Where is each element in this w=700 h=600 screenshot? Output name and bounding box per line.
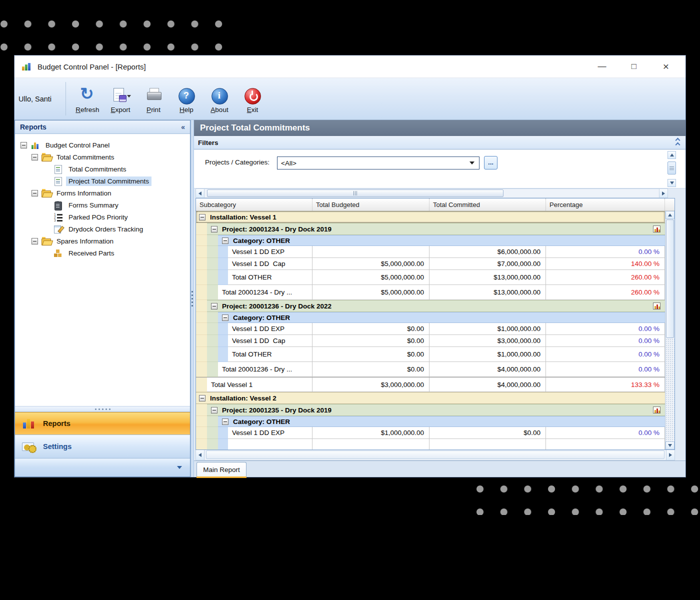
group-row-project[interactable]: Project: 20001236 - Dry Dock 2022 — [196, 300, 665, 312]
group-row-project[interactable]: Project: 20001235 - Dry Dock 2019 — [196, 404, 665, 416]
nav-button-reports[interactable]: Reports — [15, 412, 190, 434]
pane-splitter-handle[interactable] — [190, 120, 194, 477]
grid-cell-subcategory — [228, 439, 312, 450]
export-dropdown-arrow-icon[interactable] — [127, 95, 131, 98]
total-row[interactable]: Total OTHER$0.00$1,000,000.000.00 % — [196, 347, 665, 362]
bar-chart-icon[interactable] — [653, 406, 660, 414]
filters-horizontal-scrollbar[interactable] — [196, 188, 668, 198]
grid-horizontal-scrollbar[interactable] — [196, 450, 675, 460]
refresh-button[interactable]: Refresh — [71, 78, 104, 120]
group-row-category[interactable]: Category: OTHER — [196, 312, 665, 323]
indent-stripe — [207, 235, 218, 246]
scroll-down-button[interactable] — [666, 442, 674, 450]
tree-item[interactable]: Budget Control Panel — [15, 139, 190, 151]
tree-item[interactable]: Forms Information — [15, 187, 190, 199]
column-header[interactable]: Total Committed — [430, 198, 546, 210]
scroll-left-button[interactable] — [196, 189, 204, 198]
tree-item-label: Total Commitments — [54, 152, 117, 162]
exit-button[interactable]: Exit — [236, 78, 269, 120]
tree-expander-icon[interactable] — [32, 190, 38, 196]
tree-item[interactable]: Spares Information — [15, 235, 190, 247]
nav-options-chevron-icon[interactable] — [177, 466, 182, 469]
project-group-panel: Project: 20001234 - Dry Dock 2019 — [207, 223, 665, 235]
group-row-category[interactable]: Category: OTHER — [196, 416, 665, 427]
bar-chart-icon[interactable] — [653, 226, 660, 232]
tree-item[interactable]: Received Parts — [15, 247, 190, 259]
grid-cell-subcategory: Vessel 1 DD Cap — [228, 335, 312, 347]
tree-expander-icon[interactable] — [20, 142, 27, 148]
settings-gear-icon — [22, 440, 37, 453]
column-header[interactable]: Percentage — [546, 198, 665, 210]
close-button[interactable]: × — [660, 60, 672, 72]
table-row[interactable]: Vessel 1 DD EXP$1,000,000.00$0.000.00 % — [196, 427, 665, 439]
table-row[interactable]: Vessel 1 DD EXP$0.00$1,000,000.000.00 % — [196, 323, 665, 335]
report-icon — [54, 165, 63, 174]
group-row-vessel[interactable]: Installation: Vessel 2 — [196, 392, 665, 404]
help-button[interactable]: Help — [170, 78, 203, 120]
total-row[interactable]: Total 20001234 - Dry ...$5,000,000.00$13… — [196, 285, 665, 300]
tree-item[interactable]: Project Total Commitments — [15, 175, 190, 187]
print-button[interactable]: Print — [137, 78, 170, 120]
table-row[interactable]: Vessel 1 DD EXP$6,000,000.000.00 % — [196, 246, 665, 258]
total-row[interactable]: Total Vessel 1$3,000,000.00$4,000,000.00… — [196, 377, 665, 392]
projects-categories-dropdown[interactable]: <All> — [277, 156, 480, 170]
about-button[interactable]: About — [203, 78, 236, 120]
collapse-filters-icon[interactable] — [676, 138, 680, 146]
scroll-thumb[interactable] — [206, 450, 664, 459]
indent-stripe — [196, 246, 207, 258]
report-tree: Budget Control PanelTotal CommitmentsTot… — [15, 134, 190, 406]
help-button-label: Help — [180, 106, 194, 114]
toolbar: Ullo, Santi RefreshExportPrintHelpAboutE… — [14, 78, 686, 120]
sidebar-collapse-icon[interactable]: « — [181, 123, 185, 131]
group-expander-icon[interactable] — [211, 303, 218, 310]
tree-item[interactable]: Total Commitments — [15, 163, 190, 175]
scroll-thumb[interactable] — [668, 162, 676, 174]
table-row[interactable]: Vessel 1 DD Cap$5,000,000.00$7,000,000.0… — [196, 258, 665, 270]
group-expander-icon[interactable] — [222, 418, 228, 425]
group-expander-icon[interactable] — [199, 214, 206, 220]
column-header[interactable]: Total Budgeted — [312, 198, 430, 210]
tree-item[interactable]: Forms Summary — [15, 199, 190, 211]
group-expander-icon[interactable] — [222, 238, 228, 244]
group-row-category[interactable]: Category: OTHER — [196, 235, 665, 246]
minimize-button[interactable]: — — [596, 62, 608, 72]
tab-main-report[interactable]: Main Report — [196, 462, 246, 476]
scroll-track[interactable] — [666, 338, 674, 442]
filters-header[interactable]: Filters — [194, 136, 686, 150]
total-row[interactable]: Total OTHER$5,000,000.00$13,000,000.0026… — [196, 270, 665, 285]
table-row[interactable]: Vessel 1 DD Cap$0.00$3,000,000.000.00 % — [196, 335, 665, 347]
filters-vertical-scrollbar[interactable] — [668, 151, 676, 187]
group-expander-icon[interactable] — [211, 226, 218, 232]
maximize-button[interactable]: □ — [628, 62, 640, 72]
grid-vertical-scrollbar[interactable] — [665, 211, 674, 450]
browse-button[interactable]: ... — [484, 156, 498, 170]
group-expander-icon[interactable] — [222, 314, 228, 321]
scroll-right-button[interactable] — [666, 450, 674, 460]
scroll-right-button[interactable] — [659, 189, 668, 198]
group-row-vessel[interactable]: Installation: Vessel 1 — [196, 211, 665, 223]
tree-expander-icon[interactable] — [32, 238, 38, 244]
export-button[interactable]: Export — [104, 78, 137, 120]
total-row[interactable]: Total 20001236 - Dry ...$0.00$4,000,000.… — [196, 362, 665, 377]
scroll-up-button[interactable] — [666, 211, 674, 219]
group-expander-icon[interactable] — [211, 407, 218, 414]
indent-stripe — [196, 312, 207, 323]
tree-item[interactable]: Drydock Orders Tracking — [15, 223, 190, 235]
group-row-project[interactable]: Project: 20001234 - Dry Dock 2019 — [196, 223, 665, 235]
scroll-down-button[interactable] — [668, 179, 676, 187]
folder-icon — [42, 189, 51, 198]
scroll-thumb[interactable] — [666, 220, 674, 338]
category-group-panel: Category: OTHER — [218, 235, 665, 246]
grid-cell: $1,000,000.00 — [430, 323, 546, 335]
column-header[interactable]: Subcategory — [196, 198, 312, 210]
scroll-up-button[interactable] — [668, 151, 676, 159]
nav-button-settings[interactable]: Settings — [15, 434, 190, 458]
scroll-thumb[interactable] — [207, 190, 504, 197]
bar-chart-icon[interactable] — [653, 302, 660, 310]
sidebar-splitter-handle[interactable] — [15, 406, 190, 412]
group-expander-icon[interactable] — [199, 395, 206, 402]
tree-item[interactable]: Total Commitments — [15, 151, 190, 163]
scroll-left-button[interactable] — [196, 450, 204, 460]
tree-item[interactable]: Parked POs Priority — [15, 211, 190, 223]
tree-expander-icon[interactable] — [32, 154, 38, 160]
